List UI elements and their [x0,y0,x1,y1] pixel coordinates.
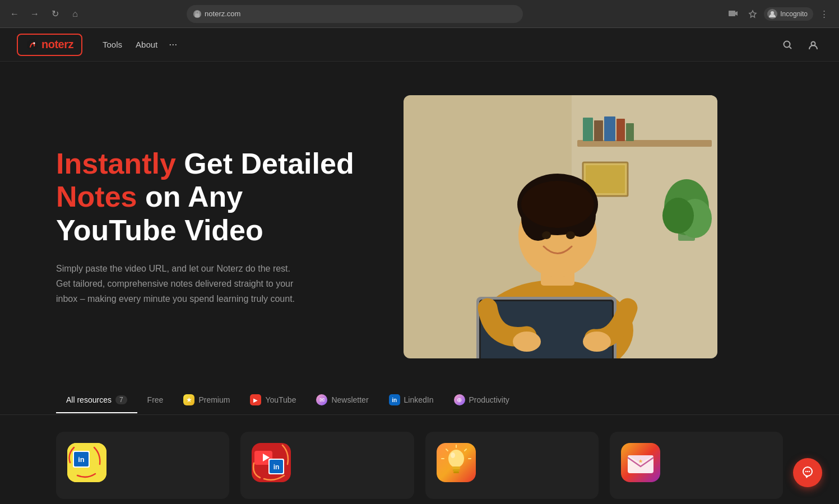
svg-point-23 [662,198,694,234]
security-icon [193,10,201,18]
tab-premium-label: Premium [198,395,230,404]
incognito-label: Incognito [780,10,808,18]
browser-actions: Incognito ⋮ [726,6,832,22]
svg-point-64 [805,471,806,472]
resources-grid: in in [0,415,839,504]
tab-premium[interactable]: ★ Premium [173,386,240,414]
svg-point-50 [448,450,464,468]
svg-point-59 [451,452,455,458]
about-nav-link[interactable]: About [129,36,164,53]
svg-point-37 [513,332,541,352]
url-text: noterz.com [205,10,240,18]
logo-icon [26,38,39,52]
logo-text: noterz [41,38,73,51]
svg-point-7 [784,41,790,47]
incognito-badge: Incognito [764,7,813,21]
profile-button[interactable] [804,36,822,54]
svg-point-30 [521,181,594,228]
chat-icon [801,466,814,479]
tab-linkedin-label: LinkedIn [404,395,434,404]
svg-rect-14 [594,120,603,141]
tabs-row: All resources 7 Free ★ Premium ▶ YouTube… [56,386,783,414]
youtube-icon: ▶ [250,394,261,405]
search-button[interactable] [778,36,796,54]
svg-rect-17 [626,123,634,141]
logo-text-rest: oterz [48,38,73,50]
browser-chrome: ← → ↻ ⌂ noterz.com [0,0,839,28]
tools-nav-link[interactable]: Tools [96,36,129,53]
tab-linkedin[interactable]: in LinkedIn [379,386,444,414]
incognito-icon [767,9,777,19]
camera-button[interactable] [726,6,741,22]
svg-line-8 [790,46,792,49]
resource-icon-4 [621,443,660,482]
site-nav: noterz Tools About ··· [0,28,839,62]
tab-youtube-label: YouTube [265,395,296,404]
productivity-icon: ⊕ [454,394,465,405]
svg-text:in: in [78,455,85,464]
hero-illustration [404,95,717,358]
svg-rect-51 [452,466,460,469]
svg-point-66 [809,471,810,472]
tab-free[interactable]: Free [137,388,174,413]
resource-card-4[interactable] [610,432,783,499]
svg-point-38 [583,332,611,352]
svg-rect-53 [453,472,459,473]
bookmark-button[interactable] [745,6,761,22]
svg-rect-16 [616,119,625,141]
tab-youtube[interactable]: ▶ YouTube [240,386,306,414]
svg-rect-15 [604,116,615,141]
tab-all-resources-count: 7 [115,395,127,404]
resource-card-2[interactable]: in [240,432,414,499]
browser-more-button[interactable]: ⋮ [817,6,832,22]
svg-rect-52 [453,469,460,472]
hero-title-white1: Get Detailed [176,147,354,180]
hero-content: Instantly Get Detailed Notes on Any YouT… [56,147,370,307]
resource-icon-3 [437,443,476,482]
nav-right [778,36,822,54]
logo-n: n [41,38,48,50]
hero-section: Instantly Get Detailed Notes on Any YouT… [0,62,839,386]
hero-title-highlight2: Notes [56,180,137,213]
nav-more-button[interactable]: ··· [164,36,182,53]
svg-point-6 [34,42,35,44]
svg-rect-13 [583,118,593,141]
tab-all-resources[interactable]: All resources 7 [56,388,137,413]
resource-icon-1: in [67,443,106,482]
svg-point-65 [807,471,808,472]
tab-productivity-label: Productivity [469,395,509,404]
resource-icon-2: in [252,443,291,482]
hero-image [404,95,717,358]
svg-rect-0 [195,13,200,17]
tab-newsletter-label: Newsletter [331,395,368,404]
svg-marker-3 [749,11,756,17]
resource-card-3[interactable] [425,432,599,499]
linkedin-icon: in [389,394,400,405]
resource-card-1[interactable]: in [56,432,229,499]
premium-icon: ★ [183,394,194,405]
logo[interactable]: noterz [17,34,82,56]
refresh-button[interactable]: ↻ [47,6,63,22]
svg-point-32 [566,231,575,239]
tab-productivity[interactable]: ⊕ Productivity [444,386,520,414]
tabs-section: All resources 7 Free ★ Premium ▶ YouTube… [0,386,839,415]
home-button[interactable]: ⌂ [67,6,83,22]
tab-free-label: Free [147,395,164,404]
svg-text:in: in [274,463,280,471]
tab-newsletter[interactable]: ✉ Newsletter [306,386,378,414]
svg-point-31 [542,231,551,239]
back-button[interactable]: ← [7,6,22,22]
tab-all-resources-label: All resources [66,395,112,404]
forward-button[interactable]: → [27,6,43,22]
hero-title: Instantly Get Detailed Notes on Any YouT… [56,147,370,248]
url-bar[interactable]: noterz.com [187,5,523,23]
hero-description: Simply paste the video URL, and let our … [56,261,303,307]
hero-title-highlight1: Instantly [56,147,176,180]
newsletter-icon: ✉ [316,394,327,405]
svg-point-5 [27,39,38,50]
floating-chat-button[interactable] [793,458,822,487]
